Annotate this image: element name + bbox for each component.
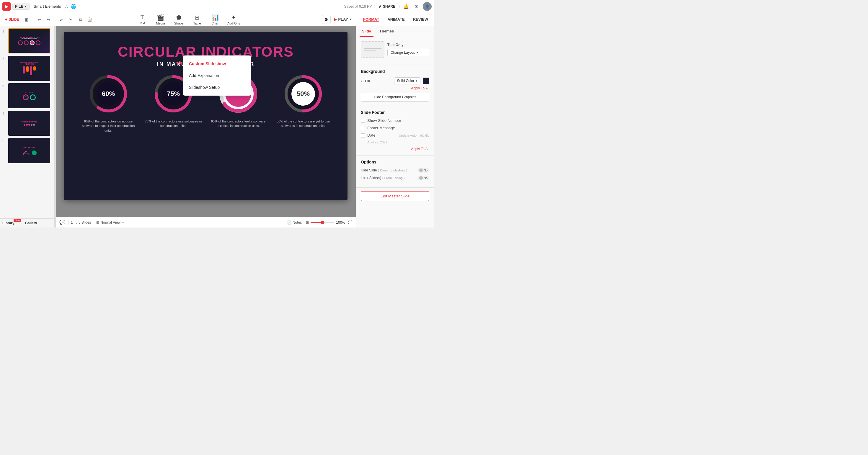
addons-tool[interactable]: ✦ Add-Ons — [226, 14, 241, 25]
slide-list: 1 CIRCULAR INDICATORS IN MANUFACTURING S… — [0, 26, 54, 218]
lock-slides-label: Lock Slide(s) ( From Editing ) — [361, 176, 415, 180]
show-slide-number-label: Show Slide Number — [367, 118, 401, 123]
animate-tab[interactable]: ANIMATE — [384, 16, 408, 23]
project-name: Smart Elements — [34, 4, 61, 8]
file-menu-button[interactable]: FILE ▼ — [12, 3, 30, 10]
app-logo: ▶ — [2, 2, 11, 11]
slide-thumbnail-1[interactable]: CIRCULAR INDICATORS IN MANUFACTURING SEC… — [8, 28, 50, 54]
notifications-icon[interactable]: 🔔 — [402, 2, 410, 11]
color-swatch[interactable] — [423, 77, 429, 84]
chart-tool[interactable]: 📊 Chart — [208, 14, 223, 25]
copy-icon[interactable]: ⧉ — [76, 15, 85, 24]
slide-thumbnail-3[interactable]: CLOCKS — [8, 83, 50, 108]
fullscreen-button[interactable]: ⛶ — [348, 220, 352, 225]
layout-icon[interactable]: ▣ — [22, 15, 31, 24]
slide-item-3[interactable]: 3 CLOCKS — [2, 83, 52, 108]
table-tool[interactable]: ⊞ Table — [190, 14, 205, 25]
review-tab[interactable]: REVIEW — [409, 16, 432, 23]
zoom-slider[interactable] — [311, 222, 334, 223]
chart-desc-4: 50% of the contractors are yet to use so… — [275, 119, 332, 128]
addons-icon: ✦ — [231, 14, 236, 21]
add-slide-button[interactable]: + SLIDE — [2, 15, 22, 23]
slideshow-setup-item[interactable]: Slideshow Setup — [183, 82, 251, 93]
footer-message-row: Footer Message — [361, 126, 429, 130]
toggle-dot — [419, 168, 423, 172]
chat-icon[interactable]: 💬 — [59, 220, 65, 225]
avatar[interactable]: 👤 — [423, 2, 432, 11]
add-explanation-item[interactable]: Add Explanation — [183, 70, 251, 82]
slide-thumbnail-4[interactable]: PEOPLE METRICS — [8, 111, 50, 136]
current-page[interactable]: 1 — [68, 220, 75, 225]
plus-icon: + — [5, 17, 7, 22]
slide-panel-bottom: Library New Gallery — [0, 218, 54, 228]
slide-item-5[interactable]: 5 ARC METERS — [2, 138, 52, 163]
toolbar: + SLIDE ▣ ↩ ↪ 🖌 ✂ ⧉ 📋 T Text 🎬 Media ⬟ S… — [0, 13, 434, 26]
gallery-button[interactable]: Gallery — [25, 221, 37, 225]
share-button[interactable]: ⇗ SHARE — [374, 3, 400, 10]
footer-message-checkbox[interactable] — [361, 126, 365, 130]
custom-slideshow-item[interactable]: Custom Slideshow — [183, 58, 251, 70]
layout-preview — [361, 41, 384, 58]
slide-item-4[interactable]: 4 PEOPLE METRICS — [2, 111, 52, 136]
background-section: Background ▶ Fill Solid Color ▼ Apply To… — [356, 65, 434, 106]
chevron-down-icon: ▼ — [416, 51, 418, 54]
media-tool[interactable]: 🎬 Media — [153, 14, 168, 25]
options-title: Options — [361, 160, 429, 164]
date-row: Date Update Automatically — [361, 133, 429, 137]
text-icon: T — [140, 14, 144, 21]
slide-thumbnail-5[interactable]: ARC METERS — [8, 138, 50, 163]
ring-label-4: 50% — [297, 90, 310, 98]
undo-button[interactable]: ↩ — [35, 15, 44, 24]
format-painter-icon[interactable]: 🖌 — [57, 15, 66, 24]
right-panel: Slide Themes Title Only Change Layout ▼ — [356, 26, 434, 228]
insert-tools: T Text 🎬 Media ⬟ Shape ⊞ Table 📊 Chart ✦… — [135, 14, 241, 25]
chevron-down-icon: ▼ — [122, 221, 124, 224]
shape-tool[interactable]: ⬟ Shape — [172, 14, 186, 25]
slide-tab[interactable]: Slide — [360, 26, 373, 37]
zoom-controls: ⊞ 100% — [306, 220, 345, 225]
hide-slide-toggle[interactable]: No — [417, 168, 429, 173]
chart-item-4: 50% 50% of the contractors are yet to us… — [275, 73, 332, 133]
fill-triangle-icon: ▶ — [361, 80, 363, 82]
apply-to-all-footer-button[interactable]: Apply To All — [361, 147, 429, 151]
zoom-icon: ⊞ — [306, 220, 309, 225]
separator3 — [357, 17, 357, 23]
library-button[interactable]: Library New — [2, 221, 14, 225]
slide-thumbnail-2[interactable]: VERTICAL & HORIZONTALINDICATORS — [8, 56, 50, 81]
update-automatically-label: Update Automatically — [399, 134, 429, 137]
notes-button[interactable]: 📄 Notes — [287, 220, 302, 225]
hide-slide-row: Hide Slide ( During Slideshow ) No — [361, 168, 429, 173]
ring-label-1: 60% — [102, 90, 115, 98]
redo-button[interactable]: ↪ — [44, 15, 53, 24]
play-button[interactable]: ▶ PLAY ▼ — [332, 16, 354, 23]
chart-desc-2: 75% of the contractors use softwares in … — [145, 119, 202, 128]
slide-item-2[interactable]: 2 VERTICAL & HORIZONTALINDICATORS — [2, 56, 52, 81]
fill-dropdown[interactable]: Solid Color ▼ — [394, 77, 421, 85]
canvas-area: Custom Slideshow Add Explanation Slidesh… — [56, 26, 356, 228]
show-slide-number-checkbox[interactable] — [361, 119, 365, 123]
themes-tab[interactable]: Themes — [377, 26, 396, 37]
chevron-down-icon: ▼ — [415, 80, 418, 82]
fill-label: Fill — [365, 79, 392, 83]
zoom-label: 100% — [336, 220, 345, 225]
bottom-bar: 💬 1 / 5 Slides ⊞ Normal View ▼ 📄 Notes ⊞ — [56, 217, 356, 228]
mail-icon[interactable]: ✉ — [412, 2, 421, 11]
date-checkbox[interactable] — [361, 133, 365, 137]
table-icon: ⊞ — [194, 14, 199, 21]
text-tool[interactable]: T Text — [135, 14, 150, 25]
apply-to-all-button[interactable]: Apply To All — [361, 86, 429, 90]
change-layout-button[interactable]: Change Layout ▼ — [388, 49, 429, 56]
hide-slide-label: Hide Slide ( During Slideshow ) — [361, 168, 415, 172]
separator2 — [55, 17, 55, 23]
slide-item-1[interactable]: 1 CIRCULAR INDICATORS IN MANUFACTURING S… — [2, 28, 52, 54]
layout-label: Title Only — [388, 43, 429, 47]
hide-background-graphics-button[interactable]: Hide Background Graphics — [361, 93, 429, 101]
panel-tabs: Slide Themes — [356, 26, 434, 37]
format-tab[interactable]: FORMAT — [360, 16, 383, 23]
paste-icon[interactable]: 📋 — [85, 15, 94, 24]
cut-icon[interactable]: ✂ — [66, 15, 75, 24]
edit-master-slide-button[interactable]: Edit Master Slide — [361, 191, 429, 201]
view-dropdown[interactable]: ⊞ Normal View ▼ — [96, 220, 124, 225]
settings-button[interactable]: ⚙ — [322, 15, 331, 24]
lock-slides-toggle[interactable]: No — [417, 175, 429, 180]
